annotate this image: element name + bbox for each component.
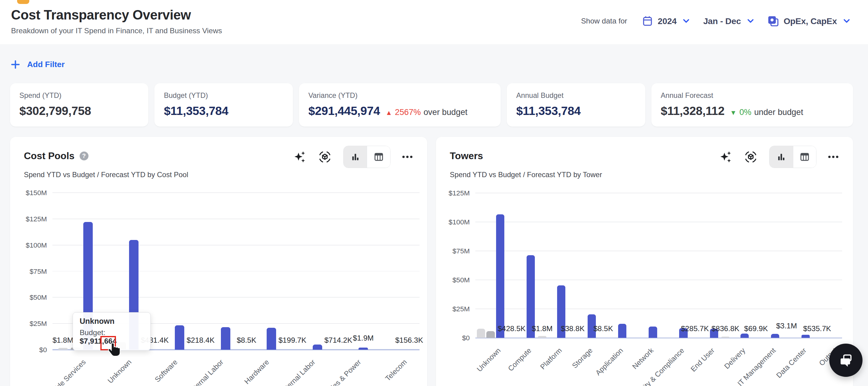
kpi-card-spend-ytd-: Spend (YTD)$302,799,758 (10, 83, 149, 127)
page-subtitle: Breakdown of your IT Spend in Finance, I… (11, 27, 222, 35)
gridline (53, 219, 420, 219)
page-title: Cost Transparency Overview (11, 8, 222, 23)
expense-type-value: OpEx, CapEx (783, 16, 837, 26)
spend-ytd-bar[interactable] (771, 334, 779, 338)
filter-row: Add Filter (0, 44, 868, 69)
chat-icon (837, 352, 854, 368)
page-header: Cost Transparency Overview Breakdown of … (0, 0, 868, 44)
cost-pools-subtitle: Spend YTD vs Budget / Forecast YTD by Co… (24, 171, 188, 179)
gridline (53, 245, 420, 246)
gridline (475, 193, 842, 193)
gridline (53, 271, 420, 272)
tooltip-title: Unknown (80, 317, 144, 326)
more-options-button[interactable] (828, 156, 839, 158)
ai-insights-button[interactable] (719, 150, 732, 164)
chart-view-button[interactable] (770, 146, 793, 168)
view-toggle (769, 146, 816, 168)
spend-ytd-bar[interactable] (496, 214, 504, 338)
bar-chart-icon (351, 153, 360, 161)
kpi-card-annual-budget: Annual Budget$11,353,784 (507, 83, 645, 127)
gridline (53, 297, 420, 297)
kpi-label: Variance (YTD) (308, 92, 491, 100)
kpi-row: Spend (YTD)$302,799,758Budget (YTD)$11,3… (10, 83, 853, 127)
sparkles-icon (719, 150, 732, 164)
spend-ytd-bar[interactable] (618, 324, 626, 338)
kpi-delta: ▲2567%over budget (385, 107, 468, 117)
kpi-label: Annual Budget (516, 92, 636, 100)
chart-view-button[interactable] (344, 146, 367, 168)
spend-ytd-bar[interactable] (649, 326, 657, 338)
cost-pools-title: Cost Pools (24, 150, 74, 162)
cost-transparency-page: Cost Transparency Overview Breakdown of … (0, 0, 868, 386)
expense-type-dropdown[interactable]: OpEx, CapEx (764, 15, 853, 27)
year-value: 2024 (658, 16, 677, 26)
kpi-label: Budget (YTD) (164, 92, 283, 100)
more-options-button[interactable] (402, 156, 413, 158)
month-range-dropdown[interactable]: Jan - Dec (700, 16, 757, 26)
month-range-value: Jan - Dec (703, 16, 741, 26)
kpi-card-budget-ytd-: Budget (YTD)$11,353,784 (154, 83, 293, 127)
header-controls: Show data for 2024 Jan - Dec OpEx, CapEx (581, 11, 853, 31)
gridline (475, 251, 842, 251)
cost-pools-panel: Cost Pools ? Spend YTD vs Budget / Forec… (10, 137, 427, 386)
gridline (53, 192, 420, 193)
spend-ytd-bar[interactable] (221, 327, 230, 350)
explore-model-button[interactable] (744, 150, 757, 164)
kpi-label: Annual Forecast (661, 92, 844, 100)
spend-ytd-bar[interactable] (267, 328, 276, 350)
table-view-button[interactable] (793, 146, 816, 168)
towers-toolbar (719, 146, 839, 168)
kpi-delta: ▼0%under budget (730, 107, 803, 117)
chevron-down-icon (683, 19, 689, 24)
kpi-value: $11,353,784 (164, 104, 228, 118)
spend-ytd-bar[interactable] (313, 345, 322, 350)
spend-ytd-bar[interactable] (741, 333, 749, 338)
scan-cube-icon (744, 150, 757, 164)
ellipsis-icon (828, 156, 839, 158)
towers-subtitle: Spend YTD vs Budget / Forecast YTD by To… (450, 171, 602, 179)
expense-stack-icon (768, 15, 779, 27)
scan-cube-icon (318, 150, 332, 164)
gridline (475, 222, 842, 222)
view-toggle (343, 146, 391, 168)
add-filter-button[interactable]: Add Filter (11, 60, 65, 69)
kpi-value: $11,328,112 (661, 104, 724, 118)
kpi-label: Spend (YTD) (20, 92, 139, 100)
year-dropdown[interactable]: 2024 (639, 15, 692, 27)
chat-fab-button[interactable] (829, 344, 863, 377)
spend-ytd-bar[interactable] (359, 348, 368, 350)
triangle-up-icon: ▲ (385, 109, 392, 117)
towers-chart: $0$25M$50M$75M$100M$125MUnknownComputePl… (475, 193, 842, 338)
budget-ytd-bar[interactable] (721, 336, 730, 338)
spend-ytd-bar[interactable] (802, 335, 810, 338)
chevron-down-icon (747, 19, 753, 24)
cursor-pointer-icon (108, 343, 121, 358)
table-icon (800, 153, 809, 161)
ai-insights-button[interactable] (293, 150, 306, 164)
show-data-for-label: Show data for (581, 17, 627, 25)
budget-ytd-bar[interactable] (538, 336, 546, 338)
kpi-value: $302,799,758 (20, 104, 91, 118)
triangle-down-icon: ▼ (730, 109, 737, 117)
add-filter-label: Add Filter (27, 60, 65, 69)
budget-ytd-bar[interactable] (477, 329, 485, 338)
towers-panel: Towers Spend YTD vs Budget / Forecast YT… (436, 137, 853, 386)
spend-ytd-bar[interactable] (175, 325, 184, 350)
kpi-card-variance-ytd-: Variance (YTD)$291,445,974▲2567%over bud… (299, 83, 501, 127)
header-left: Cost Transparency Overview Breakdown of … (11, 8, 222, 44)
kpi-card-annual-forecast: Annual Forecast$11,328,112▼0%under budge… (651, 83, 853, 127)
forecast-ytd-bar[interactable] (486, 331, 495, 338)
sparkles-icon (293, 150, 306, 164)
table-view-button[interactable] (367, 146, 390, 168)
table-icon (374, 153, 383, 161)
chart-panels: Cost Pools ? Spend YTD vs Budget / Forec… (10, 137, 853, 386)
help-icon[interactable]: ? (80, 152, 89, 160)
plus-icon (11, 60, 20, 69)
kpi-value: $291,445,974 (308, 104, 380, 118)
ellipsis-icon (402, 156, 413, 158)
explore-model-button[interactable] (318, 150, 332, 164)
budget-ytd-bar[interactable] (58, 348, 68, 350)
notification-badge (17, 0, 29, 4)
bar-chart-icon (777, 153, 786, 161)
chevron-down-icon (844, 19, 850, 24)
